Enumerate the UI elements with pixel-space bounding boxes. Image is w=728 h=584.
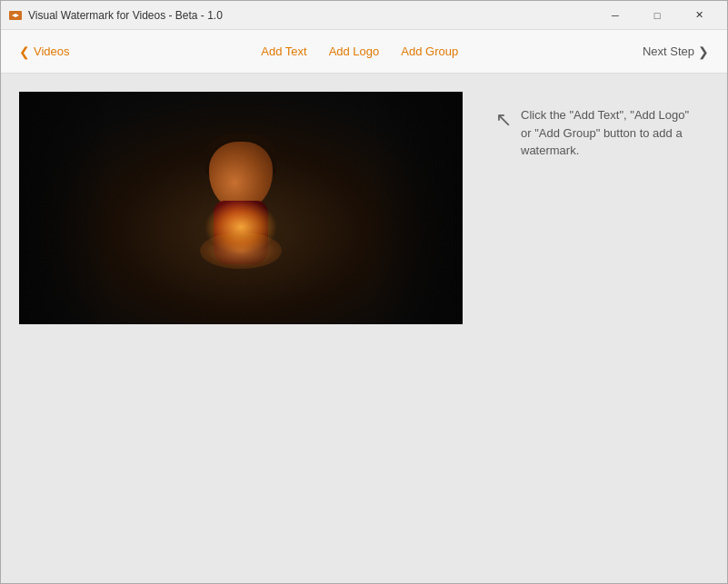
glow-light bbox=[204, 200, 277, 254]
video-thumbnail bbox=[19, 92, 463, 324]
next-step-button[interactable]: Next Step ❯ bbox=[632, 39, 720, 64]
bg-dark-right bbox=[372, 92, 463, 324]
app-icon bbox=[8, 8, 23, 23]
back-button[interactable]: ❮ Videos bbox=[8, 39, 81, 64]
hint-arrow-icon: ↖ bbox=[495, 108, 512, 132]
bg-dark-left bbox=[19, 92, 110, 324]
window-controls: ─ □ ✕ bbox=[594, 1, 720, 30]
video-scene bbox=[19, 92, 463, 324]
minimize-button[interactable]: ─ bbox=[594, 1, 636, 30]
title-bar: Visual Watermark for Videos - Beta - 1.0… bbox=[1, 1, 727, 30]
hint-text: Click the "Add Text", "Add Logo" or "Add… bbox=[521, 106, 703, 160]
right-panel: ↖ Click the "Add Text", "Add Logo" or "A… bbox=[481, 74, 727, 584]
back-label: Videos bbox=[34, 45, 70, 58]
add-logo-label: Add Logo bbox=[329, 45, 380, 58]
toolbar: ❮ Videos Add Text Add Logo Add Group Nex… bbox=[1, 30, 727, 74]
close-button[interactable]: ✕ bbox=[678, 1, 720, 30]
main-content: ↖ Click the "Add Text", "Add Logo" or "A… bbox=[1, 74, 727, 584]
restore-button[interactable]: □ bbox=[636, 1, 678, 30]
add-text-label: Add Text bbox=[261, 45, 306, 58]
add-text-button[interactable]: Add Text bbox=[250, 39, 317, 64]
chevron-right-icon: ❯ bbox=[698, 45, 709, 59]
window-title: Visual Watermark for Videos - Beta - 1.0 bbox=[28, 9, 594, 22]
chevron-left-icon: ❮ bbox=[19, 45, 30, 59]
hint-container: ↖ Click the "Add Text", "Add Logo" or "A… bbox=[495, 106, 703, 160]
next-step-label: Next Step bbox=[643, 45, 694, 58]
add-group-label: Add Group bbox=[401, 45, 458, 58]
add-group-button[interactable]: Add Group bbox=[390, 39, 469, 64]
add-logo-button[interactable]: Add Logo bbox=[318, 39, 391, 64]
left-panel bbox=[1, 74, 481, 584]
